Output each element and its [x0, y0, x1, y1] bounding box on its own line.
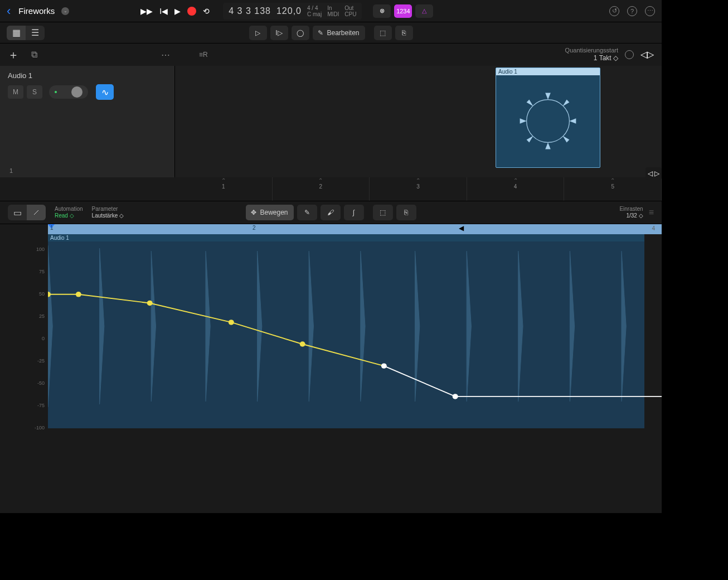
scale-label: 0	[42, 336, 45, 341]
project-dropdown-icon[interactable]: ⌄	[61, 7, 69, 15]
automation-ruler[interactable]: 1 2 ◀	[48, 224, 662, 234]
preview-play-button[interactable]: ▷	[249, 26, 266, 40]
list-view-button[interactable]: ☰	[26, 26, 45, 40]
move-icon: ✥	[251, 209, 256, 216]
bar-number: 2	[319, 183, 323, 190]
automation-scale: 100 75 50 25 0 -25 -50 -75 -100	[0, 224, 48, 446]
bar-number: 1	[222, 183, 225, 190]
editor-toolbar: ▭ ⟋ Automation Read ◇ Parameter Lautstär…	[0, 201, 662, 224]
volume-indicator-icon	[55, 91, 57, 93]
lcd-timesig: 4 / 4	[307, 5, 322, 11]
fast-forward-icon[interactable]: ▶▶	[140, 7, 153, 16]
copy-tool-button[interactable]: ⎘	[395, 26, 413, 40]
track-header[interactable]: Audio 1 M S ∿	[0, 66, 175, 177]
play-icon[interactable]: ▶	[174, 7, 181, 16]
parameter-title: Parameter	[92, 206, 124, 212]
track-header-bar: ＋ ⧉ ⋯ ≡R Quantisierungsstart 1 Takt ◇ ◁▷	[0, 44, 662, 66]
more-icon[interactable]: ⋯	[645, 6, 655, 16]
cycle-end-marker-icon[interactable]: ◀	[459, 224, 464, 232]
scale-label: -75	[37, 403, 45, 408]
count-in-button[interactable]: 1234	[394, 4, 412, 18]
region-mode-icon[interactable]: ≡R	[199, 51, 208, 59]
track-name[interactable]: Audio 1	[8, 71, 167, 80]
undo-icon[interactable]: ↺	[609, 6, 619, 16]
transport-controls: ▶▶ I◀ ▶ ⟲	[140, 7, 210, 16]
top-toolbar: ‹ Fireworks ⌄ ▶▶ I◀ ▶ ⟲ 4 3 3 138 120,0 …	[0, 0, 662, 22]
duplicate-track-icon[interactable]: ⧉	[31, 50, 37, 60]
lcd-out: Out	[344, 5, 356, 11]
ruler-mark: 1	[50, 225, 54, 231]
region-label: Audio 1	[496, 68, 600, 75]
annotation-vertical-line	[662, 28, 662, 513]
tuner-button[interactable]: ⊗	[373, 4, 391, 18]
scale-label: 50	[39, 291, 45, 297]
horizontal-scroll-handle[interactable]: ◁ ▷	[646, 167, 662, 180]
waveform-icon: ∿	[101, 87, 109, 98]
lcd-display[interactable]: 4 3 3 138 120,0 4 / 4 C maj In MIDI Out …	[223, 3, 362, 20]
mute-button[interactable]: M	[8, 85, 23, 99]
editor-drag-handle-icon[interactable]: ≡	[649, 207, 654, 218]
loop-record-button[interactable]: ◯	[291, 26, 309, 40]
edit-button[interactable]: ✎ Bearbeiten	[312, 26, 365, 40]
quantize-value[interactable]: 1 Takt	[594, 54, 611, 62]
project-title[interactable]: Fireworks	[18, 6, 55, 16]
annotation-horizontal-bracket	[3, 518, 660, 519]
bar-number: 5	[611, 183, 614, 190]
region-artwork	[496, 75, 600, 167]
help-icon[interactable]: ?	[627, 6, 637, 16]
volume-thumb[interactable]	[71, 86, 82, 98]
metronome-button[interactable]: △	[415, 4, 433, 18]
cycle-icon[interactable]: ⟲	[203, 7, 210, 16]
bar-ruler[interactable]: ⌃1 ⌃2 ⌃3 ⌃4 ⌃5	[175, 177, 662, 201]
automation-editor: 100 75 50 25 0 -25 -50 -75 -100 1 2 ◀ 4 …	[0, 224, 662, 446]
second-toolbar: ▦ ☰ ▷ I▷ ◯ ✎ Bearbeiten ⬚ ⎘	[0, 22, 662, 44]
horizontal-zoom-icon[interactable]: ◁▷	[640, 49, 654, 60]
grid-view-button[interactable]: ▦	[7, 26, 26, 40]
scale-label: -25	[37, 358, 45, 364]
lcd-midi: MIDI	[327, 11, 339, 17]
curve-tool-button[interactable]: ∫	[344, 205, 364, 220]
lcd-key: C maj	[307, 11, 322, 17]
parameter-value[interactable]: Lautstärke ◇	[92, 212, 124, 219]
solo-button[interactable]: S	[27, 85, 42, 99]
ruler-mark-end: 4	[652, 225, 655, 231]
pencil-icon: ✎	[318, 29, 323, 37]
track-more-icon[interactable]: ⋯	[161, 50, 170, 60]
snap-value[interactable]: 1/32 ◇	[619, 212, 643, 219]
lcd-in: In	[327, 5, 339, 11]
record-button[interactable]	[187, 7, 196, 16]
automation-mode-value[interactable]: Read ◇	[55, 212, 83, 219]
edit-label: Bearbeiten	[327, 29, 359, 37]
arrangement-timeline[interactable]: Audio 1	[175, 66, 662, 177]
lcd-cpu: CPU	[344, 11, 356, 17]
automation-view-button[interactable]: ⟋	[27, 205, 46, 220]
skip-back-icon[interactable]: I◀	[159, 7, 168, 16]
volume-slider[interactable]	[49, 85, 88, 99]
pencil-tool-button[interactable]: ✎	[297, 205, 317, 220]
lcd-tempo: 120,0	[276, 6, 302, 16]
move-label: Bewegen	[260, 209, 288, 216]
select-tool-button[interactable]: ⬚	[374, 26, 392, 40]
select-region-button[interactable]: ⬚	[373, 205, 393, 220]
track-number: 1	[6, 167, 17, 174]
back-chevron-icon[interactable]: ‹	[7, 4, 11, 18]
copy-region-button[interactable]: ⎘	[396, 205, 416, 220]
count-in-label: 1234	[396, 8, 410, 14]
right-toolbar-icons: ↺ ? ⋯	[609, 6, 655, 16]
ruler-mark: 2	[253, 225, 256, 231]
waveform-display	[48, 234, 662, 418]
add-track-button[interactable]: ＋	[8, 47, 19, 62]
scale-label: -100	[35, 425, 45, 431]
automation-canvas[interactable]: 1 2 ◀ 4 Audio 1	[48, 224, 662, 446]
bar-number: 4	[514, 183, 517, 190]
scale-label: 100	[36, 246, 45, 252]
preview-play-start-button[interactable]: I▷	[270, 26, 288, 40]
audio-region[interactable]: Audio 1	[496, 67, 600, 168]
quantize-target-icon[interactable]	[625, 50, 634, 59]
region-view-button[interactable]: ▭	[8, 205, 27, 220]
view-toggle: ▦ ☰	[7, 26, 45, 40]
move-tool-button[interactable]: ✥ Bewegen	[245, 205, 293, 220]
mode-buttons: ⊗ 1234 △	[373, 4, 433, 18]
track-type-button[interactable]: ∿	[96, 84, 114, 100]
brush-tool-button[interactable]: 🖌	[321, 205, 341, 220]
